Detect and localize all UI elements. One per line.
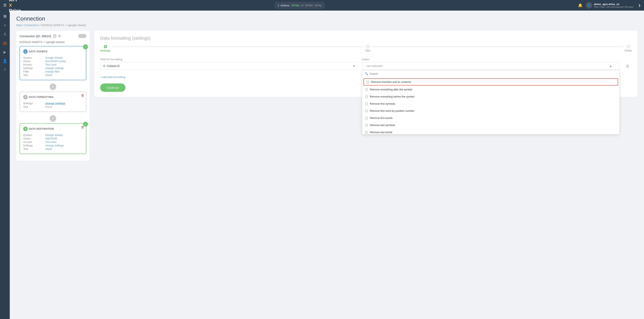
- access-label-3: Access: [23, 140, 44, 144]
- connection-card-header: Connection (ID: 38910) 📋 ⚙: [20, 34, 86, 38]
- add-formatting-link[interactable]: + add data formatting: [100, 76, 125, 78]
- breadcrumb-main[interactable]: Main: [16, 24, 22, 27]
- sidebar-item-billing[interactable]: $: [1, 30, 9, 38]
- step-dot-finish: [627, 45, 630, 48]
- dropdown-item-label-4: Remove first word by position number: [370, 109, 414, 112]
- test-value[interactable]: check: [45, 74, 83, 76]
- filter-value[interactable]: change filter: [45, 70, 83, 73]
- delete-section-3[interactable]: 🗑: [81, 126, 84, 129]
- form-row: Field for formatting Column D ▼ Action: [100, 58, 632, 71]
- navbar-right: 🔔 👤 demo_apix-drive_s2 Plan | Start | le…: [578, 2, 641, 8]
- section-header-3: 3 DATA DESTINATION: [23, 126, 83, 131]
- action-select[interactable]: - not selected - ▲: [362, 62, 620, 70]
- sidebar-item-profile[interactable]: 👤: [1, 57, 9, 65]
- select-dot-icon: [103, 65, 105, 67]
- section-datasource: ✓ 1 DATA SOURCE System Google Sheets Act…: [20, 46, 86, 80]
- toggle-switch[interactable]: [78, 34, 86, 38]
- actions-badge: ℹ Actions: 25'161 of 50'000 (50%): [275, 2, 325, 9]
- settings-value-2[interactable]: change settings: [45, 102, 83, 105]
- section-header-2: 2 DATA FORMATTING: [23, 95, 83, 99]
- dropdown-item[interactable]: Remove last symbols: [362, 122, 620, 129]
- info-row-settings: Settings change settings: [23, 66, 83, 70]
- info-row-access: Access Tina User: [23, 63, 83, 66]
- dropdown-item[interactable]: Remove everything before the symbol: [362, 93, 620, 100]
- sidebar-item-integrations[interactable]: 💼: [1, 39, 9, 47]
- system-value[interactable]: Google Sheets: [45, 56, 83, 59]
- dropdown-search: 🔍: [362, 70, 620, 77]
- radio-circle-0: [366, 80, 369, 84]
- test-value-2: check: [45, 105, 83, 108]
- info-row-system: System Google Sheets: [23, 56, 83, 59]
- steps: Settings Test Finish: [100, 45, 632, 52]
- hamburger-icon[interactable]: ☰: [3, 3, 6, 8]
- info-row-test-3: Test check: [23, 148, 83, 150]
- continue-button[interactable]: Continue: [100, 84, 126, 92]
- info-row-test: Test check: [23, 74, 83, 76]
- system-value-3[interactable]: Google Sheets: [45, 134, 83, 136]
- dropdown-item-label-0: Remove brackets and its contents: [371, 80, 411, 84]
- access-value-3[interactable]: Tina User: [45, 140, 83, 144]
- dropdown-item[interactable]: Remove first words: [362, 114, 620, 122]
- connection-card-title: Connection (ID: 38910) 📋 ⚙: [20, 34, 61, 38]
- actions-total: 50'000: [305, 4, 313, 7]
- info-row-filter: Filter change filter: [23, 70, 83, 73]
- dropdown-item[interactable]: Remove everything after the symbol: [362, 86, 620, 93]
- action-value[interactable]: Get ROWS (new): [45, 60, 83, 63]
- formatting-title: Data formatting (settings): [100, 36, 632, 41]
- radio-circle-4: [365, 110, 368, 112]
- bell-icon[interactable]: 🔔: [578, 3, 582, 8]
- radio-circle-5: [365, 117, 368, 120]
- field-select[interactable]: Column D: [100, 62, 358, 70]
- dropdown-item-label-2: Remove everything before the symbol: [370, 95, 414, 98]
- settings-icon[interactable]: ⚙: [58, 34, 61, 38]
- test-label: Test: [23, 74, 44, 76]
- test-value-3[interactable]: check: [45, 148, 83, 150]
- settings-label-2: Settings: [23, 102, 44, 105]
- dropdown-item[interactable]: Remove first word by position number: [362, 107, 620, 114]
- section-header-1: 1 DATA SOURCE: [23, 49, 83, 54]
- sidebar-item-help[interactable]: ?: [1, 66, 9, 74]
- action-label-3: Action: [23, 137, 44, 140]
- dropdown-item-label-1: Remove everything after the symbol: [370, 88, 412, 91]
- section-formatting: 🗑 2 DATA FORMATTING Settings change sett…: [20, 92, 86, 112]
- delete-section-2[interactable]: 🗑: [81, 94, 84, 97]
- action-value-3[interactable]: Add ROW: [45, 137, 83, 140]
- section-title-1: DATA SOURCE: [29, 50, 48, 53]
- formatting-title-text: Data formatting: [100, 36, 131, 41]
- sidebar-item-home[interactable]: ⊞: [1, 12, 9, 20]
- test-label-3: Test: [23, 148, 44, 150]
- add-btn-1[interactable]: +: [50, 84, 56, 90]
- navbar: ☰ APIXDrive ℹ Actions: 25'161 of 50'000 …: [0, 0, 644, 10]
- delete-row-icon[interactable]: 🗑: [624, 62, 632, 71]
- access-value[interactable]: Tina User: [45, 63, 83, 66]
- dropdown-item[interactable]: Remove brackets and its contents: [364, 78, 618, 86]
- actions-count: 25'161: [292, 4, 300, 7]
- settings-value-3[interactable]: change settings: [45, 144, 83, 147]
- settings-value[interactable]: change settings: [45, 66, 83, 70]
- settings-label: Settings: [23, 66, 44, 70]
- action-label: Action: [362, 58, 620, 61]
- user-plan: Plan | Start | left until payment 359 da…: [594, 6, 634, 8]
- section-badge-1: 1: [23, 49, 28, 54]
- dropdown-item[interactable]: Remove first symbols: [362, 100, 620, 107]
- sidebar-item-play[interactable]: ▶: [1, 48, 9, 56]
- test-label-2: Test: [23, 105, 44, 108]
- breadcrumb: Main / Connections / GOOGLE SHEETS -> (g…: [16, 24, 638, 27]
- info-row-action-3: Action Add ROW: [23, 137, 83, 140]
- section-badge-2: 2: [23, 95, 28, 99]
- content-layout: Connection (ID: 38910) 📋 ⚙ GOOGLE SHEETS…: [16, 31, 638, 160]
- dropdown-item[interactable]: Remove last words: [362, 129, 620, 134]
- search-input[interactable]: [370, 72, 617, 75]
- logo: APIXDrive: [9, 0, 21, 13]
- avatar: 👤: [586, 2, 592, 8]
- copy-icon[interactable]: 📋: [53, 34, 56, 38]
- breadcrumb-connections[interactable]: Connections: [24, 24, 39, 27]
- add-btn-2[interactable]: +: [50, 115, 56, 122]
- radio-circle-6: [365, 124, 368, 126]
- expand-icon[interactable]: ❯: [638, 4, 641, 7]
- step-finish: Finish: [625, 45, 632, 52]
- filter-label: Filter: [23, 70, 44, 73]
- system-label-3: System: [23, 134, 44, 136]
- step-line-1: [112, 46, 364, 47]
- sidebar-item-list[interactable]: ≡: [1, 21, 9, 29]
